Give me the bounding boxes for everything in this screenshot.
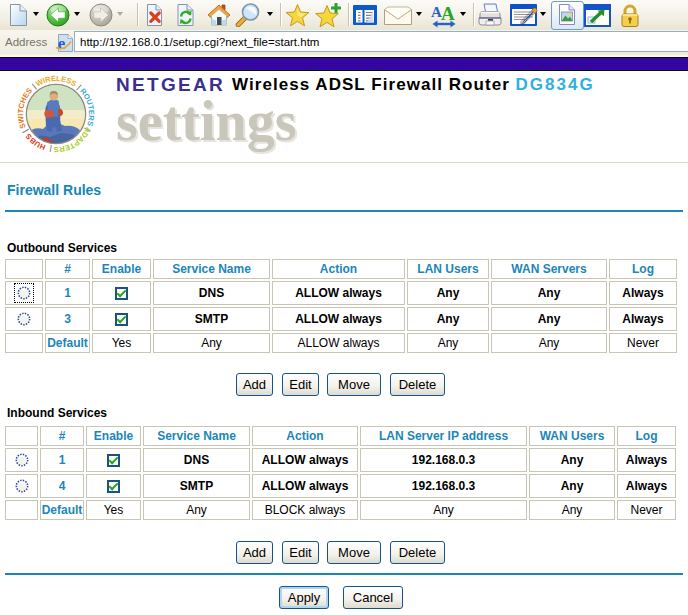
svg-text:|: |: [49, 144, 52, 153]
svg-text:e: e: [58, 34, 66, 53]
svg-text:A: A: [441, 3, 455, 24]
svg-text:|: |: [21, 128, 30, 134]
